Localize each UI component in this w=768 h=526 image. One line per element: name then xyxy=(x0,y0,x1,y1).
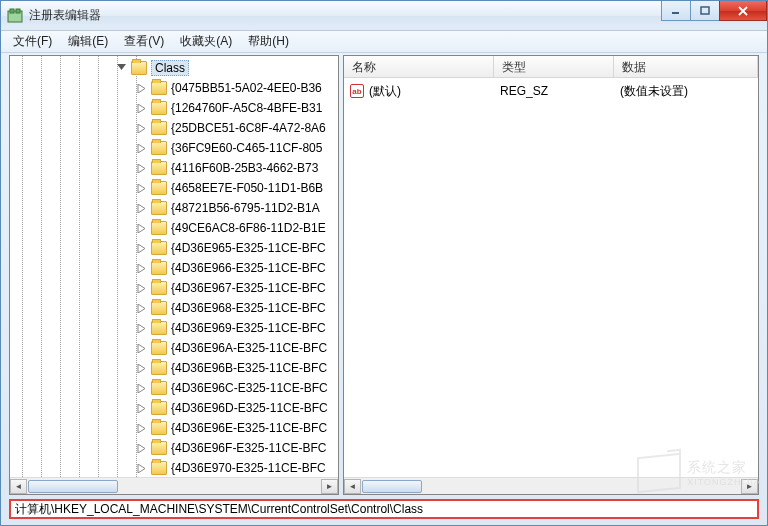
tree-node-item[interactable]: {1264760F-A5C8-4BFE-B31 xyxy=(134,98,338,118)
expand-icon[interactable] xyxy=(136,283,147,294)
expand-icon[interactable] xyxy=(136,363,147,374)
tree-node-item[interactable]: {4D36E96D-E325-11CE-BFC xyxy=(134,398,338,418)
scroll-track[interactable] xyxy=(27,479,321,494)
node-label[interactable]: {4D36E96B-E325-11CE-BFC xyxy=(171,361,327,375)
node-label[interactable]: {4D36E966-E325-11CE-BFC xyxy=(171,261,326,275)
expand-icon[interactable] xyxy=(136,123,147,134)
node-label[interactable]: {4D36E96A-E325-11CE-BFC xyxy=(171,341,327,355)
node-label[interactable]: Class xyxy=(151,60,189,76)
tree-node-item[interactable]: {4116F60B-25B3-4662-B73 xyxy=(134,158,338,178)
tree-node-item[interactable]: {4D36E96E-E325-11CE-BFC xyxy=(134,418,338,438)
values-list[interactable]: ab (默认) REG_SZ (数值未设置) xyxy=(344,78,758,477)
expand-icon[interactable] xyxy=(136,343,147,354)
scroll-track[interactable] xyxy=(361,479,741,494)
expand-icon[interactable] xyxy=(136,323,147,334)
tree-h-scrollbar[interactable]: ◄ ► xyxy=(10,477,338,494)
scroll-left-button[interactable]: ◄ xyxy=(10,479,27,494)
titlebar[interactable]: 注册表编辑器 xyxy=(1,1,767,31)
menu-edit[interactable]: 编辑(E) xyxy=(60,31,116,52)
node-label[interactable]: {4D36E969-E325-11CE-BFC xyxy=(171,321,326,335)
node-label[interactable]: {4D36E96F-E325-11CE-BFC xyxy=(171,441,326,455)
folder-icon xyxy=(151,181,167,195)
node-label[interactable]: {4D36E96D-E325-11CE-BFC xyxy=(171,401,328,415)
tree-node-item[interactable]: {4D36E96A-E325-11CE-BFC xyxy=(134,338,338,358)
scroll-right-button[interactable]: ► xyxy=(741,479,758,494)
expand-icon[interactable] xyxy=(136,303,147,314)
node-label[interactable]: {25DBCE51-6C8F-4A72-8A6 xyxy=(171,121,326,135)
registry-tree[interactable]: Class {0475BB51-5A02-4EE0-B36{1264760F-A… xyxy=(10,56,338,477)
value-data: (数值未设置) xyxy=(620,83,696,100)
app-icon xyxy=(7,8,23,24)
tree-node-item[interactable]: {4D36E96F-E325-11CE-BFC xyxy=(134,438,338,458)
current-path: 计算机\HKEY_LOCAL_MACHINE\SYSTEM\CurrentCon… xyxy=(15,501,423,518)
scroll-right-button[interactable]: ► xyxy=(321,479,338,494)
folder-icon xyxy=(151,261,167,275)
node-label[interactable]: {49CE6AC8-6F86-11D2-B1E xyxy=(171,221,326,235)
folder-icon xyxy=(151,301,167,315)
tree-node-item[interactable]: {49CE6AC8-6F86-11D2-B1E xyxy=(134,218,338,238)
node-label[interactable]: {4D36E968-E325-11CE-BFC xyxy=(171,301,326,315)
menu-help[interactable]: 帮助(H) xyxy=(240,31,297,52)
expand-icon[interactable] xyxy=(136,243,147,254)
col-data[interactable]: 数据 xyxy=(614,56,758,77)
folder-icon xyxy=(151,161,167,175)
node-label[interactable]: {48721B56-6795-11D2-B1A xyxy=(171,201,320,215)
close-button[interactable] xyxy=(719,1,767,21)
expand-icon[interactable] xyxy=(136,223,147,234)
menu-file[interactable]: 文件(F) xyxy=(5,31,60,52)
node-label[interactable]: {4D36E96C-E325-11CE-BFC xyxy=(171,381,328,395)
tree-node-item[interactable]: {25DBCE51-6C8F-4A72-8A6 xyxy=(134,118,338,138)
menu-favorites[interactable]: 收藏夹(A) xyxy=(172,31,240,52)
tree-node-item[interactable]: {4658EE7E-F050-11D1-B6B xyxy=(134,178,338,198)
tree-node-item[interactable]: {4D36E96C-E325-11CE-BFC xyxy=(134,378,338,398)
tree-node-item[interactable]: {4D36E96B-E325-11CE-BFC xyxy=(134,358,338,378)
expand-icon[interactable] xyxy=(136,463,147,474)
tree-node-item[interactable]: {4D36E968-E325-11CE-BFC xyxy=(134,298,338,318)
expand-icon[interactable] xyxy=(136,263,147,274)
node-label[interactable]: {4D36E96E-E325-11CE-BFC xyxy=(171,421,327,435)
expand-icon[interactable] xyxy=(136,383,147,394)
expand-icon[interactable] xyxy=(136,403,147,414)
tree-node-item[interactable]: {4D36E969-E325-11CE-BFC xyxy=(134,318,338,338)
node-label[interactable]: {0475BB51-5A02-4EE0-B36 xyxy=(171,81,322,95)
list-item[interactable]: ab (默认) REG_SZ (数值未设置) xyxy=(350,82,752,100)
expand-icon[interactable] xyxy=(136,183,147,194)
tree-node-item[interactable]: {4D36E967-E325-11CE-BFC xyxy=(134,278,338,298)
node-label[interactable]: {4D36E967-E325-11CE-BFC xyxy=(171,281,326,295)
folder-icon xyxy=(151,201,167,215)
scroll-thumb[interactable] xyxy=(28,480,118,493)
registry-editor-window: 注册表编辑器 文件(F) 编辑(E) 查看(V) 收藏夹(A) 帮助(H) xyxy=(0,0,768,526)
tree-node-item[interactable]: {48721B56-6795-11D2-B1A xyxy=(134,198,338,218)
value-name: (默认) xyxy=(369,83,500,100)
tree-node-item[interactable]: {4D36E970-E325-11CE-BFC xyxy=(134,458,338,477)
node-label[interactable]: {4116F60B-25B3-4662-B73 xyxy=(171,161,318,175)
expand-icon[interactable] xyxy=(136,103,147,114)
node-label[interactable]: {4D36E970-E325-11CE-BFC xyxy=(171,461,326,475)
expand-icon[interactable] xyxy=(136,203,147,214)
tree-node-item[interactable]: {4D36E965-E325-11CE-BFC xyxy=(134,238,338,258)
minimize-button[interactable] xyxy=(661,1,691,21)
expand-icon[interactable] xyxy=(136,163,147,174)
collapse-icon[interactable] xyxy=(116,63,127,74)
expand-icon[interactable] xyxy=(136,83,147,94)
tree-node-item[interactable]: {36FC9E60-C465-11CF-805 xyxy=(134,138,338,158)
tree-node-item[interactable]: {4D36E966-E325-11CE-BFC xyxy=(134,258,338,278)
list-h-scrollbar[interactable]: ◄ ► xyxy=(344,477,758,494)
col-name[interactable]: 名称 xyxy=(344,56,494,77)
scroll-left-button[interactable]: ◄ xyxy=(344,479,361,494)
node-label[interactable]: {4D36E965-E325-11CE-BFC xyxy=(171,241,326,255)
status-bar-path: 计算机\HKEY_LOCAL_MACHINE\SYSTEM\CurrentCon… xyxy=(9,499,759,519)
expand-icon[interactable] xyxy=(136,143,147,154)
maximize-button[interactable] xyxy=(690,1,720,21)
node-label[interactable]: {1264760F-A5C8-4BFE-B31 xyxy=(171,101,322,115)
col-type[interactable]: 类型 xyxy=(494,56,614,77)
tree-node-class[interactable]: Class xyxy=(114,58,338,78)
folder-icon xyxy=(151,81,167,95)
expand-icon[interactable] xyxy=(136,423,147,434)
scroll-thumb[interactable] xyxy=(362,480,422,493)
expand-icon[interactable] xyxy=(136,443,147,454)
menu-view[interactable]: 查看(V) xyxy=(116,31,172,52)
node-label[interactable]: {4658EE7E-F050-11D1-B6B xyxy=(171,181,323,195)
node-label[interactable]: {36FC9E60-C465-11CF-805 xyxy=(171,141,322,155)
tree-node-item[interactable]: {0475BB51-5A02-4EE0-B36 xyxy=(134,78,338,98)
